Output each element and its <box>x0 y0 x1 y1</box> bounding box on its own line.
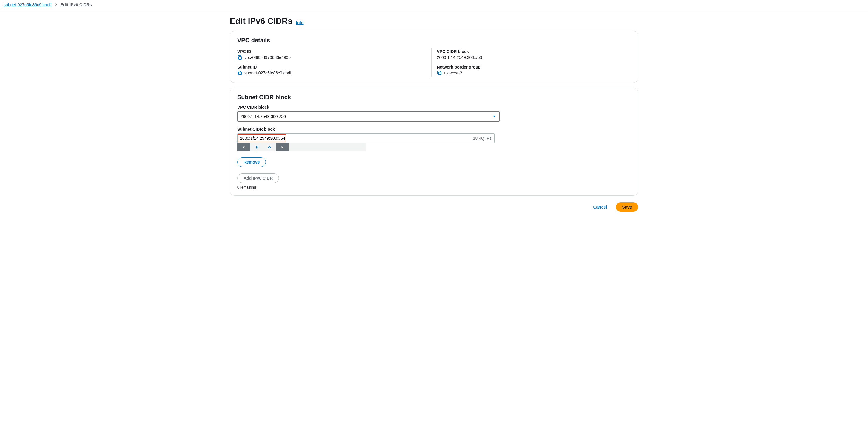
save-button[interactable]: Save <box>616 202 638 212</box>
subnet-cidr-heading: Subnet CIDR block <box>237 94 631 101</box>
subnet-cidr-input-label: Subnet CIDR block <box>237 127 631 132</box>
nbg-value: us-west-2 <box>444 71 462 75</box>
vpc-id-label: VPC ID <box>237 49 431 54</box>
nbg-label: Network border group <box>437 65 631 69</box>
vpc-cidr-select-label: VPC CIDR block <box>237 105 631 109</box>
stepper-right-button[interactable] <box>250 143 263 151</box>
chevron-left-icon <box>242 145 246 149</box>
cidr-stepper <box>237 143 366 151</box>
ip-count: 18.4Q IPs <box>473 136 492 140</box>
footer-actions: Cancel Save <box>230 202 638 212</box>
stepper-up-button[interactable] <box>263 143 276 151</box>
vpc-cidr-select[interactable]: 2600:1f14:2549:300::/56 <box>237 111 500 122</box>
vpc-details-heading: VPC details <box>237 37 631 44</box>
vpc-cidr-value: 2600:1f14:2549:300::/56 <box>437 55 482 60</box>
chevron-right-icon <box>55 2 58 7</box>
subnet-cidr-panel: Subnet CIDR block VPC CIDR block 2600:1f… <box>230 88 638 196</box>
breadcrumb-subnet-link[interactable]: subnet-027c5fe86c9fcbdff <box>4 2 52 7</box>
subnet-id-label: Subnet ID <box>237 65 431 69</box>
copy-icon[interactable] <box>237 55 242 60</box>
add-ipv6-cidr-button: Add IPv6 CIDR <box>237 173 279 183</box>
page-header: Edit IPv6 CIDRs Info <box>230 17 638 26</box>
page-content: Edit IPv6 CIDRs Info VPC details VPC ID … <box>230 11 638 224</box>
cancel-button[interactable]: Cancel <box>587 202 613 212</box>
vpc-id-value: vpc-03854f970683e4905 <box>244 55 290 60</box>
copy-icon[interactable] <box>437 71 442 75</box>
vpc-cidr-label: VPC CIDR block <box>437 49 631 54</box>
subnet-cidr-input[interactable] <box>237 133 495 143</box>
copy-icon[interactable] <box>237 71 242 75</box>
stepper-left-button[interactable] <box>237 143 250 151</box>
vpc-details-panel: VPC details VPC ID vpc-03854f970683e4905… <box>230 31 638 83</box>
svg-rect-0 <box>239 57 242 59</box>
chevron-down-icon <box>280 145 284 149</box>
chevron-up-icon <box>268 145 271 149</box>
breadcrumb-current: Edit IPv6 CIDRs <box>61 2 92 7</box>
svg-rect-1 <box>239 72 242 75</box>
remaining-text: 0 remaining <box>237 185 631 190</box>
remove-button[interactable]: Remove <box>237 157 266 167</box>
page-title: Edit IPv6 CIDRs <box>230 17 292 26</box>
info-link[interactable]: Info <box>296 20 304 25</box>
subnet-id-value: subnet-027c5fe86c9fcbdff <box>244 71 292 75</box>
svg-rect-2 <box>438 72 441 75</box>
stepper-down-button[interactable] <box>276 143 288 151</box>
chevron-right-icon <box>255 145 258 149</box>
breadcrumb: subnet-027c5fe86c9fcbdff Edit IPv6 CIDRs <box>0 0 868 11</box>
